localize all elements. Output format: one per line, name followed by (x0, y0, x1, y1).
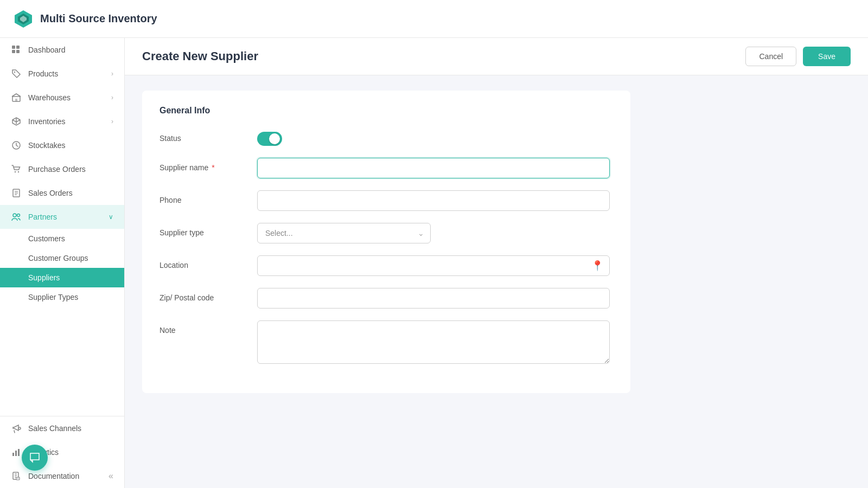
phone-control (257, 190, 610, 211)
save-button[interactable]: Save (803, 47, 851, 66)
megaphone-icon (11, 423, 22, 434)
supplier-name-input[interactable] (257, 158, 610, 178)
chevron-right-icon: › (111, 94, 113, 101)
svg-point-11 (15, 171, 16, 172)
chevron-right-icon: › (111, 118, 113, 125)
supplier-name-control (257, 158, 610, 178)
sidebar-sub-item-customers[interactable]: Customers (0, 229, 124, 248)
svg-rect-6 (16, 50, 20, 53)
sidebar-sub-item-label: Supplier Types (28, 293, 78, 301)
sidebar: Dashboard Products › Warehouses (0, 38, 125, 488)
sidebar-item-warehouses[interactable]: Warehouses › (0, 86, 124, 110)
sidebar-item-label: Sales Orders (28, 189, 73, 197)
chat-bubble[interactable] (22, 445, 48, 471)
sidebar-item-sales-orders[interactable]: Sales Orders (0, 181, 124, 205)
phone-row: Phone (159, 190, 613, 211)
sidebar-item-label: Dashboard (28, 46, 66, 54)
sidebar-item-inventories[interactable]: Inventories › (0, 110, 124, 133)
sidebar-item-analytics[interactable]: Analytics (0, 440, 124, 464)
note-control (257, 320, 610, 366)
required-indicator: * (212, 163, 214, 172)
header-actions: Cancel Save (745, 47, 851, 66)
page-header: Create New Supplier Cancel Save (125, 38, 868, 75)
app-header: Multi Source Inventory (0, 0, 868, 38)
svg-rect-4 (16, 46, 20, 49)
svg-point-12 (18, 171, 19, 172)
supplier-type-label: Supplier type (159, 223, 257, 237)
note-label: Note (159, 320, 257, 335)
grid-icon (11, 44, 22, 55)
svg-point-18 (17, 214, 20, 217)
zip-control (257, 288, 610, 309)
zip-input[interactable] (257, 288, 610, 309)
supplier-type-select[interactable]: Select... (257, 223, 431, 243)
logo-area: Multi Source Inventory (13, 9, 157, 29)
sidebar-item-documentation[interactable]: Documentation « (0, 464, 124, 488)
form-area: General Info Status Supplier name (125, 75, 868, 488)
sidebar-item-label: Sales Channels (28, 424, 81, 433)
collapse-icon[interactable]: « (108, 471, 113, 481)
supplier-type-select-wrapper: Select... ⌄ (257, 223, 431, 243)
location-row: Location 📍 (159, 255, 613, 276)
svg-rect-3 (12, 46, 15, 49)
svg-point-19 (18, 427, 21, 429)
tag-icon (11, 68, 22, 79)
sidebar-item-dashboard[interactable]: Dashboard (0, 38, 124, 62)
main-layout: Dashboard Products › Warehouses (0, 38, 868, 488)
svg-point-7 (14, 72, 15, 73)
sidebar-item-products[interactable]: Products › (0, 62, 124, 86)
receipt-icon (11, 188, 22, 198)
sidebar-item-label: Inventories (28, 117, 65, 126)
sidebar-sub-item-suppliers[interactable]: Suppliers (0, 268, 124, 287)
sidebar-sub-item-customer-groups[interactable]: Customer Groups (0, 248, 124, 268)
sidebar-sub-item-supplier-types[interactable]: Supplier Types (0, 287, 124, 307)
chevron-down-icon: ∨ (108, 213, 113, 221)
sidebar-item-label: Warehouses (28, 93, 71, 102)
page-title: Create New Supplier (142, 49, 258, 63)
sidebar-item-label: Stocktakes (28, 141, 65, 150)
location-label: Location (159, 255, 257, 269)
location-input[interactable] (257, 255, 610, 276)
sidebar-sub-item-label: Suppliers (28, 273, 60, 282)
sidebar-item-label: Products (28, 69, 58, 78)
note-row: Note (159, 320, 613, 366)
sidebar-item-label: Documentation (28, 472, 79, 480)
sidebar-item-partners[interactable]: Partners ∨ (0, 205, 124, 229)
sidebar-item-label: Purchase Orders (28, 165, 86, 174)
note-textarea[interactable] (257, 320, 610, 364)
cube-icon (11, 116, 22, 127)
status-label: Status (159, 129, 257, 143)
sidebar-bottom: Sales Channels Analytics (0, 416, 124, 488)
doc-icon (11, 471, 22, 481)
app-title: Multi Source Inventory (40, 12, 157, 25)
toggle-slider (257, 132, 282, 146)
phone-label: Phone (159, 190, 257, 204)
location-input-wrapper: 📍 (257, 255, 610, 276)
chat-icon (28, 451, 41, 464)
sidebar-item-purchase-orders[interactable]: Purchase Orders (0, 157, 124, 181)
zip-row: Zip/ Postal code (159, 288, 613, 309)
svg-point-17 (13, 214, 16, 217)
svg-rect-22 (18, 449, 20, 456)
main-content: Create New Supplier Cancel Save General … (125, 38, 868, 488)
building-icon (11, 92, 22, 103)
section-title: General Info (159, 106, 613, 115)
status-control (257, 129, 610, 146)
status-toggle[interactable] (257, 132, 282, 146)
svg-rect-21 (15, 451, 17, 456)
sidebar-sub-item-label: Customer Groups (28, 254, 88, 262)
svg-rect-5 (12, 50, 15, 53)
logo-icon (13, 9, 34, 29)
chevron-right-icon: › (111, 70, 113, 78)
sidebar-sub-item-label: Customers (28, 234, 65, 243)
phone-input[interactable] (257, 190, 610, 211)
users-icon (11, 211, 22, 222)
supplier-name-row: Supplier name * (159, 158, 613, 178)
cancel-button[interactable]: Cancel (745, 47, 796, 66)
chart-icon (11, 447, 22, 458)
sidebar-item-sales-channels[interactable]: Sales Channels (0, 416, 124, 440)
svg-rect-20 (12, 453, 14, 456)
form-card: General Info Status Supplier name (142, 91, 630, 393)
svg-rect-9 (15, 99, 17, 101)
sidebar-item-stocktakes[interactable]: Stocktakes (0, 133, 124, 157)
